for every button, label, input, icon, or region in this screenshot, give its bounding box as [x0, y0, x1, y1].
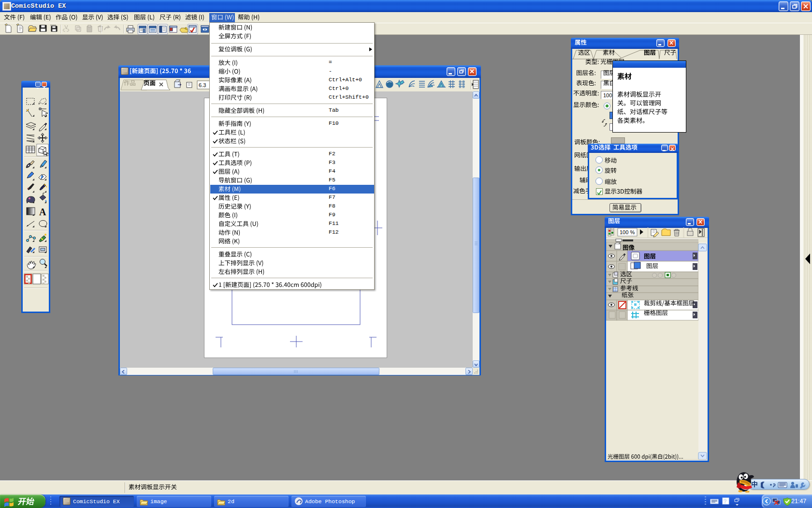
svg-text:A: A	[39, 207, 46, 217]
svg-text:100 %: 100 %	[620, 229, 635, 235]
svg-text:6.3: 6.3	[199, 82, 206, 88]
svg-text:?: ?	[724, 498, 726, 504]
